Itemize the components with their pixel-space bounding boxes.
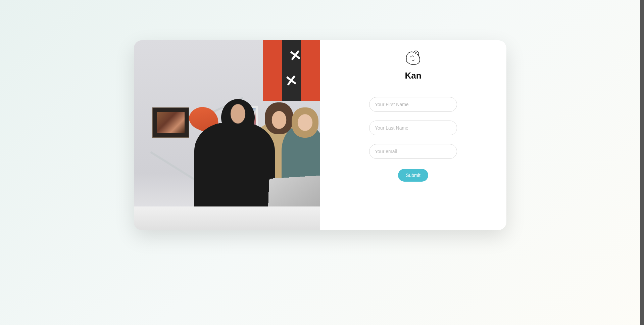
first-name-input[interactable] [369, 97, 457, 112]
submit-button[interactable]: Submit [398, 169, 428, 182]
brand-header: Kan [404, 50, 423, 81]
signup-form: Submit [334, 97, 493, 182]
hero-image-panel: ✕ ✕ [134, 40, 320, 230]
hero-photo: ✕ ✕ [134, 40, 320, 230]
signup-card: ✕ ✕ [134, 40, 506, 230]
brand-logo-icon [404, 50, 423, 66]
last-name-input[interactable] [369, 121, 457, 135]
email-input[interactable] [369, 144, 457, 159]
form-panel: Kan Submit [320, 40, 506, 230]
brand-name: Kan [405, 71, 421, 81]
